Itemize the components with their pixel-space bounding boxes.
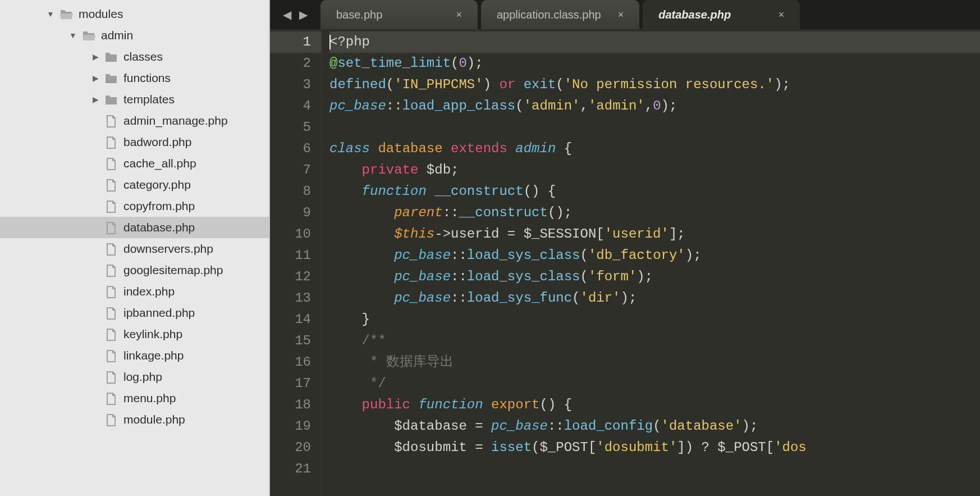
code-line[interactable]: pc_base::load_sys_class('db_factory'); [329, 245, 980, 266]
line-number: 11 [270, 245, 311, 266]
tree-file[interactable]: keylink.php [0, 324, 269, 345]
tree-file[interactable]: linkage.php [0, 345, 269, 366]
tree-item-label: modules [79, 7, 123, 21]
tree-folder[interactable]: ▶templates [0, 89, 269, 110]
tree-item-label: module.php [123, 413, 185, 426]
tree-folder[interactable]: ▶classes [0, 46, 269, 67]
tree-file[interactable]: cache_all.php [0, 153, 269, 174]
tree-file[interactable]: category.php [0, 174, 269, 195]
folder-open-icon [80, 29, 98, 42]
tree-item-label: keylink.php [123, 327, 182, 341]
tree-item-label: category.php [123, 178, 191, 192]
tree-item-label: menu.php [123, 392, 176, 405]
tree-file[interactable]: menu.php [0, 388, 269, 409]
tree-file[interactable]: copyfrom.php [0, 195, 269, 217]
code-line[interactable]: private $db; [329, 160, 980, 181]
code-line[interactable]: public function export() { [329, 394, 980, 416]
code-line[interactable]: $this->userid = $_SESSION['userid']; [329, 224, 980, 245]
line-number: 10 [270, 224, 311, 245]
tab-label: application.class.php [497, 8, 601, 21]
file-icon [102, 135, 120, 149]
line-number: 21 [270, 458, 311, 480]
code-line[interactable]: /** [329, 330, 980, 352]
code-line[interactable]: pc_base::load_app_class('admin','admin',… [329, 95, 980, 117]
file-icon [102, 263, 120, 277]
editor-body[interactable]: 123456789101112131415161718192021 <?php@… [270, 29, 980, 496]
chevron-right-icon[interactable]: ▶ [89, 74, 102, 83]
tree-file[interactable]: badword.php [0, 131, 269, 153]
chevron-right-icon[interactable]: ▶ [89, 95, 102, 104]
chevron-down-icon[interactable]: ▼ [44, 10, 57, 19]
code-content[interactable]: <?php@set_time_limit(0);defined('IN_PHPC… [322, 29, 980, 496]
tree-item-label: badword.php [123, 135, 191, 149]
line-number: 18 [270, 394, 311, 416]
tree-folder[interactable]: ▼admin [0, 25, 269, 46]
line-number: 1 [270, 31, 321, 53]
tab-next-icon[interactable]: ▶ [299, 8, 308, 21]
code-line[interactable]: */ [329, 373, 980, 394]
file-icon [102, 327, 120, 341]
tab-label: base.php [336, 8, 382, 21]
close-icon[interactable]: × [456, 9, 462, 21]
code-line[interactable]: pc_base::load_sys_class('form'); [329, 266, 980, 288]
tree-item-label: downservers.php [123, 242, 213, 256]
tree-item-label: classes [123, 50, 163, 63]
folder-icon [102, 50, 120, 63]
file-icon [102, 114, 120, 128]
chevron-down-icon[interactable]: ▼ [66, 31, 80, 40]
line-number: 2 [270, 53, 311, 74]
code-line[interactable]: @set_time_limit(0); [329, 53, 980, 74]
tree-file[interactable]: ipbanned.php [0, 302, 269, 324]
tree-file[interactable]: log.php [0, 366, 269, 388]
editor-tab[interactable]: application.class.php× [481, 0, 639, 29]
tab-nav: ◀ ▶ [270, 0, 320, 29]
tab-prev-icon[interactable]: ◀ [283, 8, 291, 21]
code-line[interactable]: * 数据库导出 [329, 352, 980, 373]
code-line[interactable]: parent::__construct(); [329, 202, 980, 224]
code-line[interactable]: $dosubmit = isset($_POST['dosubmit']) ? … [329, 437, 980, 458]
file-icon [102, 370, 120, 384]
file-icon [102, 221, 120, 234]
close-icon[interactable]: × [778, 9, 785, 21]
line-number: 4 [270, 95, 311, 117]
folder-icon [102, 93, 120, 106]
code-line[interactable]: } [329, 309, 980, 330]
tree-item-label: ipbanned.php [123, 306, 195, 320]
code-line[interactable]: class database extends admin { [329, 138, 980, 160]
line-number: 7 [270, 160, 311, 181]
tree-file[interactable]: index.php [0, 281, 269, 302]
line-number: 19 [270, 416, 311, 437]
editor-tab[interactable]: base.php× [320, 0, 478, 29]
tree-file[interactable]: googlesitemap.php [0, 260, 269, 281]
file-icon [102, 306, 120, 320]
file-icon [102, 349, 120, 362]
tree-item-label: cache_all.php [123, 157, 196, 170]
code-line[interactable]: <?php [329, 31, 980, 53]
file-icon [102, 413, 120, 426]
editor-tab[interactable]: database.php× [643, 0, 800, 29]
code-line[interactable]: defined('IN_PHPCMS') or exit('No permiss… [329, 74, 980, 95]
code-line[interactable]: function __construct() { [329, 181, 980, 202]
file-icon [102, 199, 120, 213]
file-icon [102, 285, 120, 298]
code-line[interactable] [329, 117, 980, 138]
line-number: 17 [270, 373, 311, 394]
tree-item-label: log.php [123, 370, 162, 384]
tree-file[interactable]: downservers.php [0, 238, 269, 260]
code-line[interactable]: $database = pc_base::load_config('databa… [329, 416, 980, 437]
tree-file[interactable]: database.php [0, 217, 269, 238]
tree-folder[interactable]: ▶functions [0, 67, 269, 89]
line-number: 3 [270, 74, 311, 95]
chevron-right-icon[interactable]: ▶ [89, 52, 102, 61]
tree-file[interactable]: module.php [0, 409, 269, 430]
tree-file[interactable]: admin_manage.php [0, 110, 269, 131]
tree-item-label: templates [123, 93, 175, 106]
tree-folder[interactable]: ▼modules [0, 3, 269, 25]
file-tree[interactable]: ▼modules▼admin▶classes▶functions▶templat… [0, 0, 270, 496]
line-number: 6 [270, 138, 311, 160]
close-icon[interactable]: × [618, 9, 624, 21]
code-line[interactable]: pc_base::load_sys_func('dir'); [329, 288, 980, 309]
editor-area: ◀ ▶ base.php×application.class.php×datab… [270, 0, 980, 496]
line-number: 9 [270, 202, 311, 224]
line-number: 5 [270, 117, 311, 138]
